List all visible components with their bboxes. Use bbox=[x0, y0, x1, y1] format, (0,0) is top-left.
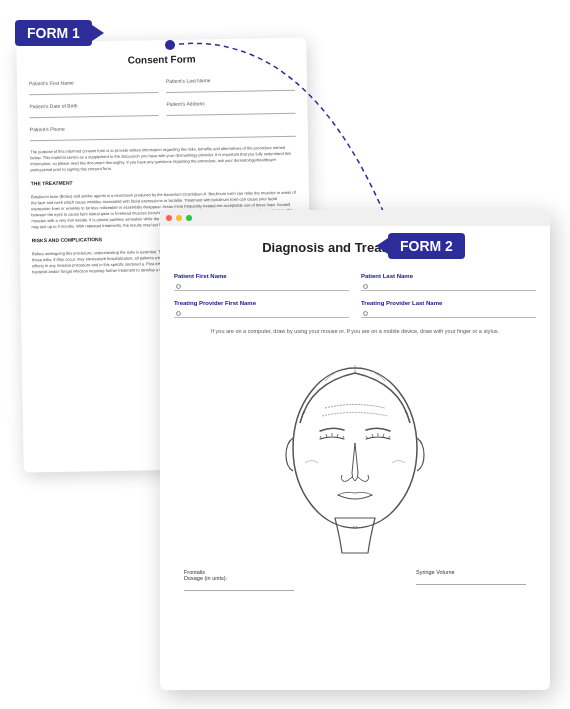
close-dot bbox=[166, 215, 172, 221]
form1-treatment-title: THE TREATMENT bbox=[31, 176, 297, 187]
form2-bottom-section: Frontalis Dosage (in units): Syringe Vol… bbox=[174, 569, 536, 591]
form1-address-field bbox=[166, 106, 295, 116]
form2-topbar bbox=[160, 210, 550, 226]
form2-patient-last-field[interactable] bbox=[361, 281, 536, 291]
form2-patient-first-label: Patient First Name bbox=[174, 273, 349, 279]
form2-treating-first-field[interactable] bbox=[174, 308, 349, 318]
form2-face-illustration bbox=[174, 343, 536, 563]
form2-patient-last-label: Patient Last Name bbox=[361, 273, 536, 279]
form1-last-name-field bbox=[166, 83, 295, 93]
minimize-dot bbox=[176, 215, 182, 221]
form1-label-tag: FORM 1 bbox=[15, 20, 92, 46]
form1-intro-text: The purpose of this informed consent for… bbox=[30, 145, 296, 174]
form2-treating-first-label: Treating Provider First Name bbox=[174, 300, 349, 306]
form2-patient-first-field[interactable] bbox=[174, 281, 349, 291]
form2-treating-last-field[interactable] bbox=[361, 308, 536, 318]
form2-treating-last-dot bbox=[363, 311, 368, 316]
form2-title: Diagnosis and Treatment Plan bbox=[174, 240, 536, 255]
form2-document: Diagnosis and Treatment Plan Patient Fir… bbox=[160, 210, 550, 690]
scene: Consent Form Patient's First Name Patien… bbox=[0, 0, 570, 709]
form2-treating-first-dot bbox=[176, 311, 181, 316]
maximize-dot bbox=[186, 215, 192, 221]
arrow-start-dot bbox=[165, 40, 175, 50]
form1-dob-field bbox=[29, 108, 158, 118]
form2-instruction: If you are on a computer, draw by using … bbox=[174, 327, 536, 335]
form2-patient-first-dot bbox=[176, 284, 181, 289]
form2-label-tag: FORM 2 bbox=[388, 233, 465, 259]
form2-treating-last-label: Treating Provider Last Name bbox=[361, 300, 536, 306]
form2-patient-last-dot bbox=[363, 284, 368, 289]
form2-dosage-field[interactable] bbox=[184, 583, 294, 591]
form2-syringe-field[interactable] bbox=[416, 577, 526, 585]
form1-title: Consent Form bbox=[29, 52, 295, 68]
form2-syringe-label: Syringe Volume bbox=[416, 569, 526, 575]
form2-dosage-label: Dosage (in units): bbox=[184, 575, 294, 581]
form1-first-name-field bbox=[29, 85, 158, 95]
